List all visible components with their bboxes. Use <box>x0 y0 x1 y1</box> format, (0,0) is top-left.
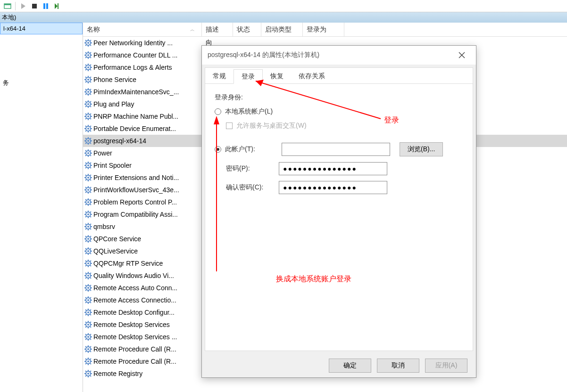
svg-point-77 <box>87 115 89 117</box>
cancel-button[interactable]: 取消 <box>377 359 419 373</box>
svg-line-116 <box>85 167 86 168</box>
svg-line-223 <box>85 297 86 298</box>
tab-content: 登录身份: 本地系统帐户(L) 允许服务与桌面交互(W) 此帐户(T): 浏览(… <box>205 84 473 209</box>
svg-point-197 <box>87 262 89 264</box>
service-name: Remote Procedure Call (R... <box>93 358 202 365</box>
ok-button[interactable]: 确定 <box>329 359 371 373</box>
service-name: Peer Networking Identity ... <box>93 39 202 47</box>
svg-line-126 <box>85 180 86 180</box>
svg-point-277 <box>87 360 89 362</box>
svg-line-256 <box>85 339 86 340</box>
svg-rect-3 <box>32 4 37 8</box>
svg-line-273 <box>85 359 86 359</box>
service-name: Performance Logs & Alerts <box>93 64 202 71</box>
svg-line-136 <box>85 192 86 193</box>
gear-icon <box>83 174 93 181</box>
service-name: Power <box>93 149 202 157</box>
svg-line-56 <box>85 94 86 95</box>
col-name[interactable]: 名称︿ <box>83 23 202 36</box>
svg-line-244 <box>90 327 91 327</box>
password-input[interactable] <box>279 162 387 175</box>
svg-point-177 <box>87 238 89 240</box>
this-account-label: 此帐户(T): <box>225 145 282 154</box>
svg-line-84 <box>90 131 91 131</box>
tab-dependencies[interactable]: 依存关系 <box>291 69 333 84</box>
svg-line-76 <box>85 118 86 119</box>
apply-button[interactable]: 应用(A) <box>425 359 467 373</box>
radio-this-account[interactable] <box>215 146 221 153</box>
radio-local-system[interactable] <box>215 108 221 115</box>
tab-logon[interactable]: 登录 <box>233 69 263 84</box>
service-name: Phone Service <box>93 76 202 83</box>
svg-line-235 <box>90 310 91 310</box>
svg-line-106 <box>85 155 86 156</box>
service-name: Printer Extensions and Noti... <box>93 174 202 181</box>
stop-icon[interactable] <box>31 2 38 10</box>
tab-general[interactable]: 常规 <box>205 69 233 84</box>
svg-point-47 <box>87 79 89 81</box>
gear-icon <box>83 235 93 243</box>
svg-line-15 <box>90 40 91 41</box>
gear-icon <box>83 345 93 353</box>
password-label: 密码(P): <box>226 164 279 173</box>
col-start[interactable]: 启动类型 <box>261 23 303 36</box>
svg-line-274 <box>90 363 91 364</box>
account-input[interactable] <box>282 143 390 156</box>
svg-line-234 <box>90 314 91 315</box>
pause-icon[interactable] <box>42 2 50 10</box>
svg-line-253 <box>85 334 86 335</box>
close-button[interactable] <box>453 49 470 62</box>
login-as-label: 登录身份: <box>215 93 243 102</box>
svg-line-105 <box>90 150 91 151</box>
svg-point-67 <box>87 103 89 105</box>
svg-line-204 <box>90 278 91 278</box>
gear-icon <box>83 39 93 47</box>
svg-line-13 <box>85 40 86 41</box>
svg-line-55 <box>90 89 91 90</box>
svg-point-27 <box>87 54 89 56</box>
tree-item[interactable]: 务 <box>0 77 83 89</box>
gear-icon <box>83 162 93 169</box>
svg-line-285 <box>90 371 91 372</box>
service-name: Portable Device Enumerat... <box>93 125 202 132</box>
restart-icon[interactable] <box>53 2 61 10</box>
svg-rect-1 <box>4 4 11 5</box>
gear-icon <box>83 321 93 328</box>
col-state[interactable]: 状态 <box>233 23 261 36</box>
service-name: Remote Procedure Call (R... <box>93 345 202 353</box>
col-logon[interactable]: 登录为 <box>303 23 344 36</box>
svg-line-145 <box>90 199 91 200</box>
dialog-footer: 确定 取消 应用(A) <box>202 354 476 377</box>
svg-line-63 <box>85 101 86 102</box>
svg-line-54 <box>90 94 91 95</box>
window-icon[interactable] <box>4 2 11 10</box>
svg-line-205 <box>90 273 91 274</box>
dialog-tabs: 常规 登录 恢复 依存关系 <box>205 69 473 84</box>
play-icon[interactable] <box>19 2 27 10</box>
service-name: Remote Desktop Services ... <box>93 333 202 341</box>
gear-icon <box>83 247 93 255</box>
gear-icon <box>83 100 93 108</box>
gear-icon <box>83 64 93 71</box>
svg-point-227 <box>87 299 89 301</box>
svg-line-195 <box>90 261 91 261</box>
left-pane: l-x64-14 务 <box>0 23 83 392</box>
svg-line-173 <box>85 236 86 237</box>
svg-line-133 <box>85 187 86 188</box>
tree-item-selected[interactable]: l-x64-14 <box>0 23 83 34</box>
svg-line-245 <box>90 322 91 323</box>
svg-line-66 <box>85 106 86 107</box>
svg-line-146 <box>85 204 86 205</box>
confirm-password-input[interactable] <box>279 181 387 194</box>
svg-line-34 <box>90 69 91 70</box>
svg-line-203 <box>85 273 86 274</box>
svg-line-24 <box>90 57 91 58</box>
service-name: PrintWorkflowUserSvc_43e... <box>93 186 202 194</box>
svg-line-104 <box>90 155 91 156</box>
col-desc[interactable]: 描述 <box>202 23 233 36</box>
local-system-label: 本地系统帐户(L) <box>225 107 273 116</box>
tab-recovery[interactable]: 恢复 <box>263 69 291 84</box>
browse-button[interactable]: 浏览(B)... <box>400 142 443 156</box>
svg-point-157 <box>87 213 89 215</box>
svg-line-95 <box>90 138 91 139</box>
